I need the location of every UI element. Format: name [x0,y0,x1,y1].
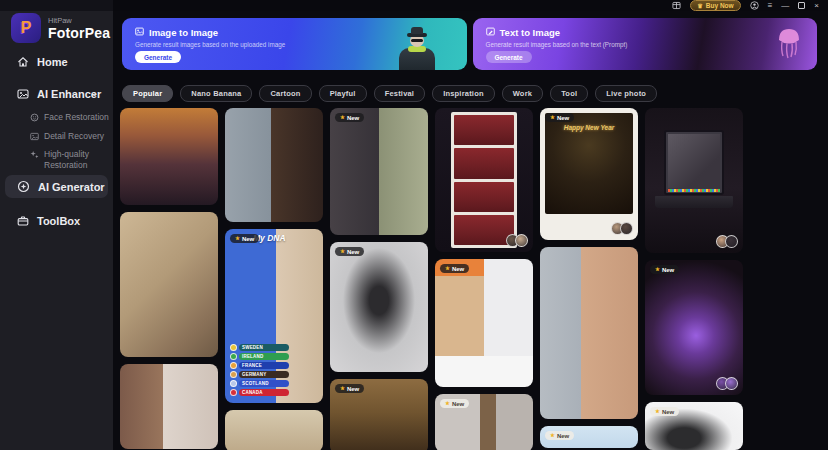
filter-chip-nano-banana[interactable]: Nano Banana [180,85,252,102]
new-badge: ★New [440,264,469,273]
new-badge: ★New [335,113,364,122]
photo-dog-grooming-product[interactable]: ★New [435,259,533,387]
flag-icon [230,344,237,351]
gallery-column-2: My DNASWEDENIRELANDFRANCEGERMANYSCOTLAND… [225,108,323,450]
brand-top: HitPaw [48,16,110,25]
sidebar-item-ai-generator[interactable]: AI Generator [5,175,108,198]
filter-chip-work[interactable]: Work [502,85,543,102]
star-icon: ★ [445,401,450,407]
new-badge-label: New [347,249,359,255]
polaroid-new-year-party[interactable]: Happy New Year★New [540,108,638,240]
sidebar: P HitPaw FotorPea Home AI Enhancer ▲ Fac… [0,0,113,450]
star-icon: ★ [340,115,345,121]
gallery-column-4: ★New★New [435,108,533,450]
sidebar-item-home[interactable]: Home [0,50,113,74]
gallery-column-1 [120,108,218,449]
text-to-image-icon [486,27,495,38]
app-logo-icon: P [11,13,41,43]
star-icon: ★ [550,115,555,121]
photo-black-handbag-product[interactable]: ★New [645,402,743,450]
gallery-column-5: Happy New Year★New★New [540,108,638,448]
flag-bar: CANADA [239,389,289,396]
flag-bar: IRELAND [239,353,289,360]
filter-chip-festival[interactable]: Festival [374,85,426,102]
flag-icon [230,371,237,378]
gallery: My DNASWEDENIRELANDFRANCEGERMANYSCOTLAND… [120,108,743,450]
card-park-promo[interactable]: ★New [540,426,638,448]
high-quality-restoration-label: High-quality Restoration [44,149,109,170]
filter-chip-live-photo[interactable]: Live photo [595,85,657,102]
menu-icon[interactable]: ≡ [768,2,773,10]
star-icon: ★ [655,409,660,415]
buy-now-button[interactable]: ♛ Buy Now [690,0,740,11]
photo-split-snow-rose-portrait[interactable] [225,108,323,222]
sidebar-item-toolbox[interactable]: ToolBox [0,209,113,233]
filter-chip-inspiration[interactable]: Inspiration [432,85,495,102]
dna-flag-list: SWEDENIRELANDFRANCEGERMANYSCOTLANDCANADA [230,344,289,396]
photo-model-black-dress[interactable]: ★New [330,242,428,372]
photo-vintage-couple-window[interactable] [225,410,323,450]
maximize-icon [798,2,805,9]
photo-purple-headphones[interactable]: ★New [645,260,743,395]
account-icon[interactable] [750,1,759,10]
photo-split-selfie[interactable]: ★New [330,108,428,235]
filter-chip-tool[interactable]: Tool [550,85,588,102]
jellyfish-art [775,26,803,64]
titlebar: ♛ Buy Now ≡ — × [0,0,828,11]
photo-vintage-couple[interactable] [120,212,218,357]
filter-chip-playful[interactable]: Playful [319,85,367,102]
sparkle-icon [30,150,39,159]
maximize-button[interactable] [798,2,805,9]
flag-icon [230,353,237,360]
flag-row-germany: GERMANY [230,371,289,378]
star-icon: ★ [340,249,345,255]
filter-chip-cartoon[interactable]: Cartoon [259,85,311,102]
brand: P HitPaw FotorPea [11,13,110,43]
flag-bar: SCOTLAND [239,380,289,387]
toolbox-label: ToolBox [37,215,80,227]
banner-subtitle: Generate result images based on the uplo… [135,41,285,48]
photo-split-red-beanie[interactable] [120,364,218,449]
text-to-image-banner[interactable]: Text to Image Generate result images bas… [473,18,818,70]
photo-woman-sunset[interactable] [120,108,218,205]
laptop-base [655,196,733,208]
face-restoration-icon [30,113,39,122]
banner-title: Image to Image [149,27,218,38]
new-badge: ★New [545,431,574,440]
sidebar-item-face-restoration[interactable]: Face Restoration [30,112,109,123]
filter-chip-popular[interactable]: Popular [122,85,173,102]
new-badge: ★New [650,265,679,274]
photo-split-grey-model[interactable]: ★New [435,394,533,450]
star-icon: ★ [340,386,345,392]
star-icon: ★ [655,267,660,273]
sidebar-item-ai-enhancer[interactable]: AI Enhancer ▲ [0,82,113,106]
flag-bar: SWEDEN [239,344,289,351]
minimize-button[interactable]: — [781,2,789,10]
image-to-image-generate-button[interactable]: Generate [135,51,181,63]
close-button[interactable]: × [814,2,819,10]
new-badge-label: New [347,386,359,392]
flag-icon [230,389,237,396]
photo-booth-strip[interactable] [435,108,533,252]
new-badge-label: New [242,236,254,242]
new-badge-label: New [662,409,674,415]
chevron-up-icon[interactable]: ▲ [92,91,97,97]
buy-now-label: Buy Now [706,2,734,9]
photo-cathedral-group[interactable]: ★New [330,379,428,450]
sidebar-item-detail-recovery[interactable]: Detail Recovery [30,131,109,142]
image-to-image-banner[interactable]: Image to Image Generate result images ba… [122,18,467,70]
promo-icon[interactable] [672,1,681,10]
star-icon: ★ [235,236,240,242]
new-badge-label: New [347,115,359,121]
detail-recovery-icon [30,132,39,141]
filter-chips: PopularNano BananaCartoonPlayfulFestival… [122,85,657,102]
photo-laptop-photo-editing[interactable] [645,108,743,253]
text-to-image-generate-button[interactable]: Generate [486,51,532,63]
card-my-dna[interactable]: My DNASWEDENIRELANDFRANCEGERMANYSCOTLAND… [225,229,323,403]
banner-character-art [389,20,445,70]
laptop-photo [668,134,721,188]
flag-row-ireland: IRELAND [230,353,289,360]
toolbox-icon [17,215,29,227]
sidebar-item-high-quality-restoration[interactable]: High-quality Restoration [30,149,109,170]
photo-split-snow-smiling-woman[interactable] [540,247,638,419]
